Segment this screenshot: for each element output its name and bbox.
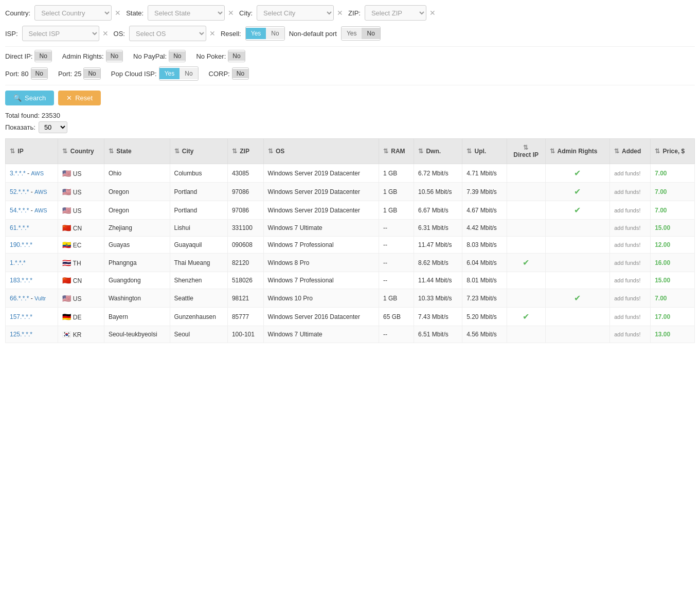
add-funds-label[interactable]: add funds! — [614, 225, 640, 231]
provider-link[interactable]: AWS — [34, 189, 47, 195]
no-paypal-no[interactable]: No — [169, 51, 185, 61]
add-funds-label[interactable]: add funds! — [614, 189, 640, 195]
col-city[interactable]: ⇅ City — [170, 139, 227, 164]
ip-link[interactable]: 1.*.*.* — [10, 259, 26, 266]
col-zip[interactable]: ⇅ ZIP — [227, 139, 263, 164]
pop-cloud-no-button[interactable]: No — [180, 68, 198, 79]
resell-yes-button[interactable]: Yes — [246, 28, 266, 39]
provider-link[interactable]: AWS — [31, 170, 44, 176]
state-select[interactable]: Select State — [148, 5, 225, 21]
col-ip[interactable]: ⇅ IP — [6, 139, 58, 164]
provider-link[interactable]: AWS — [34, 207, 47, 213]
direct-ip-toggle[interactable]: No — [34, 50, 51, 62]
col-direct-ip[interactable]: ⇅Direct IP — [507, 139, 545, 164]
zip-select[interactable]: Select ZIP — [365, 5, 426, 21]
add-funds-label[interactable]: add funds! — [614, 314, 640, 320]
cell-state: Zhejiang — [104, 220, 170, 237]
table-row: 3.*.*.* - AWS🇺🇸 USOhioColumbus43085Windo… — [6, 164, 695, 183]
provider-link[interactable]: Vultr — [34, 295, 46, 301]
isp-select[interactable]: Select ISP — [22, 26, 99, 41]
port80-toggle[interactable]: No — [31, 67, 48, 80]
zip-clear-button[interactable]: ✕ — [428, 9, 437, 17]
no-paypal-toggle[interactable]: No — [169, 50, 186, 62]
port80-no[interactable]: No — [31, 69, 47, 78]
col-country[interactable]: ⇅ Country — [58, 139, 104, 164]
nondefault-no-button[interactable]: No — [362, 28, 380, 39]
ip-link[interactable]: 183.*.*.* — [10, 277, 32, 284]
isp-clear-button[interactable]: ✕ — [101, 29, 110, 38]
cell-city: Portland — [170, 201, 227, 220]
resell-no-button[interactable]: No — [266, 28, 284, 39]
corp-toggle[interactable]: No — [232, 67, 249, 80]
os-select[interactable]: Select OS — [129, 26, 206, 41]
pop-cloud-label: Pop Cloud ISP: — [111, 70, 157, 78]
admin-rights-no[interactable]: No — [106, 51, 122, 61]
col-admin-rights[interactable]: ⇅ Admin Rights — [545, 139, 610, 164]
col-upl[interactable]: ⇅ Upl. — [462, 139, 507, 164]
cell-ram: 1 GB — [379, 289, 414, 308]
state-clear-button[interactable]: ✕ — [227, 9, 235, 17]
search-button[interactable]: 🔍 Search — [5, 91, 54, 105]
ip-link[interactable]: 3.*.*.* — [10, 170, 26, 177]
add-funds-label[interactable]: add funds! — [614, 331, 640, 337]
col-os[interactable]: ⇅ OS — [263, 139, 379, 164]
col-ram[interactable]: ⇅ RAM — [379, 139, 414, 164]
nondefault-toggle[interactable]: Yes No — [341, 26, 381, 41]
no-poker-toggle[interactable]: No — [228, 50, 245, 62]
price-value: 7.00 — [655, 295, 667, 302]
cell-admin-rights — [545, 254, 610, 272]
city-select[interactable]: Select City — [257, 5, 334, 21]
ip-link[interactable]: 61.*.*.* — [10, 224, 29, 231]
add-funds-label[interactable]: add funds! — [614, 170, 640, 176]
add-funds-label[interactable]: add funds! — [614, 277, 640, 283]
add-funds-label[interactable]: add funds! — [614, 295, 640, 301]
cell-ip: 157.*.*.* — [6, 308, 58, 326]
cell-price: 16.00 — [651, 254, 695, 272]
flag-icon: 🇺🇸 — [62, 206, 71, 214]
ip-link[interactable]: 66.*.*.* — [10, 295, 29, 302]
cell-added: add funds! — [610, 201, 651, 220]
port25-no[interactable]: No — [84, 69, 100, 78]
cell-zip: 97086 — [227, 183, 263, 201]
add-funds-label[interactable]: add funds! — [614, 260, 640, 266]
add-funds-label[interactable]: add funds! — [614, 207, 640, 213]
cell-country: 🇺🇸 US — [58, 289, 104, 308]
direct-ip-check-icon: ✔ — [523, 258, 529, 267]
col-dwn[interactable]: ⇅ Dwn. — [414, 139, 462, 164]
country-clear-button[interactable]: ✕ — [114, 9, 122, 17]
cell-dwn: 7.43 Mbit/s — [414, 308, 462, 326]
os-label: OS: — [114, 30, 125, 38]
nondefault-yes-button[interactable]: Yes — [342, 28, 362, 39]
ip-link[interactable]: 190.*.*.* — [10, 241, 32, 248]
add-funds-label[interactable]: add funds! — [614, 242, 640, 248]
corp-no[interactable]: No — [232, 69, 248, 78]
flag-icon: 🇰🇷 — [62, 330, 71, 338]
col-price[interactable]: ⇅ Price, $ — [651, 139, 695, 164]
port25-toggle[interactable]: No — [83, 67, 100, 80]
cell-direct-ip — [507, 183, 545, 201]
country-code: TH — [73, 260, 81, 267]
cell-added: add funds! — [610, 164, 651, 183]
col-state[interactable]: ⇅ State — [104, 139, 170, 164]
os-clear-button[interactable]: ✕ — [208, 29, 217, 38]
no-poker-no[interactable]: No — [228, 51, 244, 61]
resell-toggle[interactable]: Yes No — [245, 26, 285, 41]
pop-cloud-toggle[interactable]: Yes No — [159, 66, 199, 81]
city-clear-button[interactable]: ✕ — [336, 9, 344, 17]
direct-ip-no[interactable]: No — [35, 51, 51, 61]
show-select[interactable]: 10 25 50 100 200 — [39, 121, 67, 133]
ip-link[interactable]: 52.*.*.* — [10, 188, 29, 195]
cell-ram: -- — [379, 220, 414, 237]
ip-link[interactable]: 157.*.*.* — [10, 313, 32, 320]
ip-link[interactable]: 54.*.*.* — [10, 207, 29, 214]
admin-rights-toggle[interactable]: No — [106, 50, 123, 62]
admin-rights-check-icon: ✔ — [574, 169, 581, 177]
country-select[interactable]: Select Country — [34, 5, 112, 21]
reset-button[interactable]: ✕ Reset — [58, 91, 101, 105]
cell-ram: 1 GB — [379, 183, 414, 201]
cell-price: 7.00 — [651, 201, 695, 220]
col-added[interactable]: ⇅ Added — [610, 139, 651, 164]
ip-link[interactable]: 125.*.*.* — [10, 331, 32, 338]
cell-state: Washington — [104, 289, 170, 308]
pop-cloud-yes-button[interactable]: Yes — [159, 68, 180, 79]
